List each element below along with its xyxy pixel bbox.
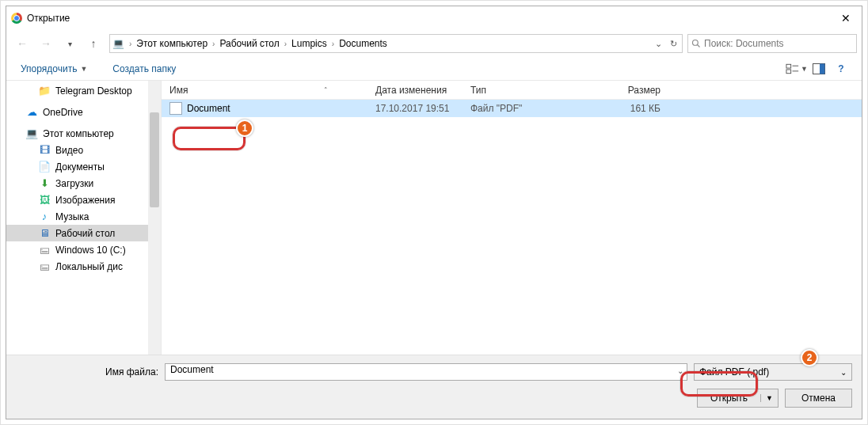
svg-rect-3 <box>786 69 791 73</box>
breadcrumb-item[interactable]: Этот компьютер <box>135 38 209 49</box>
chevron-right-icon: › <box>329 40 337 48</box>
open-split-dropdown[interactable]: ▼ <box>760 394 778 402</box>
cloud-icon: ☁ <box>25 106 38 119</box>
window-title: Открытие <box>27 13 70 24</box>
tree-item[interactable]: ♪Музыка <box>6 208 161 225</box>
breadcrumb[interactable]: 💻 › Этот компьютер › Рабочий стол › Lump… <box>109 34 683 53</box>
music-icon: ♪ <box>38 211 51 223</box>
titlebar: Открытие ✕ <box>6 6 862 30</box>
tree-item[interactable]: 🖴Windows 10 (C:) <box>6 241 161 258</box>
tree-item[interactable]: ⬇Загрузки <box>6 175 161 192</box>
file-row[interactable]: Document 17.10.2017 19:51 Файл "PDF" 161… <box>162 100 862 117</box>
file-type: Файл "PDF" <box>463 103 573 114</box>
tree-item[interactable]: 🖼Изображения <box>6 192 161 208</box>
organize-menu[interactable]: Упорядочить▼ <box>16 60 92 78</box>
col-name[interactable]: Имя˄ <box>162 85 367 96</box>
search-placeholder: Поиск: Documents <box>704 38 784 49</box>
back-button[interactable]: ← <box>11 33 33 54</box>
tree-item-this-pc[interactable]: 💻Этот компьютер <box>6 125 161 142</box>
tree-item-desktop[interactable]: 🖥Рабочий стол <box>6 225 161 241</box>
download-icon: ⬇ <box>38 177 51 190</box>
open-button[interactable]: Открыть ▼ <box>697 389 779 408</box>
tree-item-onedrive[interactable]: ☁OneDrive <box>6 104 161 120</box>
chrome-icon <box>11 13 22 24</box>
svg-rect-7 <box>820 63 825 74</box>
chevron-right-icon: › <box>209 40 218 48</box>
tree-item[interactable]: 🖴Локальный дис <box>6 258 161 275</box>
drive-icon: 🖴 <box>38 260 51 273</box>
recent-dropdown[interactable]: ▾ <box>59 33 81 54</box>
file-name: Document <box>187 103 230 114</box>
breadcrumb-item[interactable]: Lumpics <box>290 38 329 49</box>
pc-icon: 💻 <box>110 38 126 49</box>
breadcrumb-item[interactable]: Documents <box>337 38 389 49</box>
navigation-row: ← → ▾ ↑ 💻 › Этот компьютер › Рабочий сто… <box>6 30 862 57</box>
col-date[interactable]: Дата изменения <box>367 85 463 96</box>
col-type[interactable]: Тип <box>463 85 573 96</box>
pc-icon: 💻 <box>25 127 38 140</box>
cancel-button[interactable]: Отмена <box>785 389 852 408</box>
tree-item[interactable]: 📄Документы <box>6 158 161 175</box>
sidebar-scrollbar[interactable] <box>148 81 161 355</box>
filename-input[interactable]: Document ⌄ <box>165 363 687 381</box>
column-headers[interactable]: Имя˄ Дата изменения Тип Размер <box>162 81 862 100</box>
chevron-down-icon: ⌄ <box>840 368 847 377</box>
tree-item[interactable]: 📁Telegram Desktop <box>6 82 161 99</box>
svg-rect-2 <box>786 64 791 68</box>
search-icon <box>691 39 701 48</box>
filename-label: Имя файла: <box>16 366 158 378</box>
refresh-icon[interactable]: ↻ <box>670 39 677 49</box>
preview-pane-button[interactable] <box>808 60 830 78</box>
col-size[interactable]: Размер <box>573 85 668 96</box>
toolbar: Упорядочить▼ Создать папку ▼ ? <box>6 57 862 81</box>
close-button[interactable]: ✕ <box>835 9 857 28</box>
drive-icon: 🖴 <box>38 244 51 256</box>
view-options-button[interactable]: ▼ <box>786 60 808 78</box>
up-button[interactable]: ↑ <box>82 33 105 54</box>
video-icon: 🎞 <box>38 144 51 157</box>
help-button[interactable]: ? <box>830 60 852 78</box>
open-file-dialog: Открытие ✕ ← → ▾ ↑ 💻 › Этот компьютер › … <box>6 6 862 419</box>
image-icon: 🖼 <box>38 194 51 207</box>
desktop-icon: 🖥 <box>38 227 51 240</box>
document-icon: 📄 <box>38 161 51 173</box>
file-size: 161 КБ <box>573 103 668 114</box>
breadcrumb-item[interactable]: Рабочий стол <box>218 38 280 49</box>
tree-item[interactable]: 🎞Видео <box>6 142 161 158</box>
pdf-file-icon <box>169 102 182 115</box>
chevron-right-icon: › <box>281 40 290 48</box>
chevron-right-icon: › <box>126 40 135 48</box>
chevron-down-icon[interactable]: ⌄ <box>677 366 683 375</box>
new-folder-button[interactable]: Создать папку <box>108 60 181 78</box>
svg-point-0 <box>693 40 699 46</box>
file-date: 17.10.2017 19:51 <box>367 103 463 114</box>
sidebar: 📁Telegram Desktop ☁OneDrive 💻Этот компью… <box>6 81 162 355</box>
svg-line-1 <box>698 45 700 47</box>
bottom-panel: Имя файла: Document ⌄ Файл PDF (.pdf) ⌄ … <box>6 355 862 419</box>
file-list: Имя˄ Дата изменения Тип Размер Document … <box>162 81 862 355</box>
file-type-filter[interactable]: Файл PDF (.pdf) ⌄ <box>694 363 852 381</box>
search-input[interactable]: Поиск: Documents <box>687 34 857 53</box>
chevron-down-icon[interactable]: ⌄ <box>655 39 662 49</box>
folder-icon: 📁 <box>38 85 51 97</box>
forward-button[interactable]: → <box>35 33 57 54</box>
sort-indicator-icon: ˄ <box>324 86 328 94</box>
main-area: 📁Telegram Desktop ☁OneDrive 💻Этот компью… <box>6 81 862 355</box>
